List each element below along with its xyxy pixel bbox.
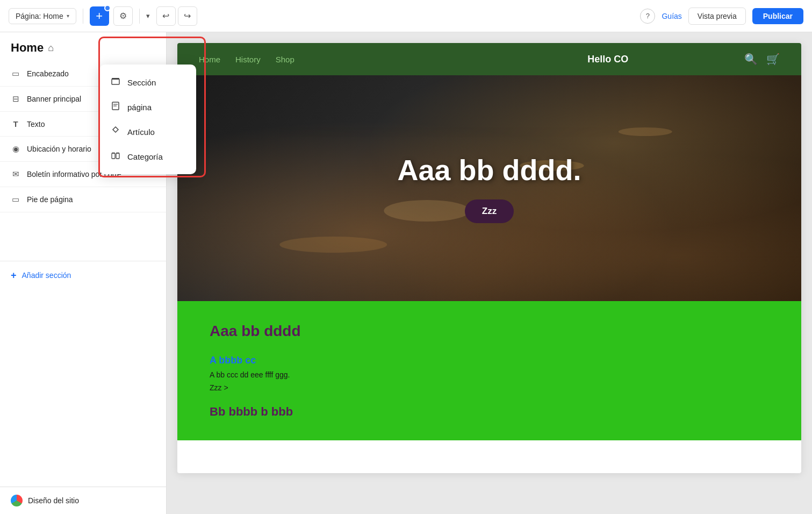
pie-label: Pie de página — [27, 195, 73, 204]
green-section: Aaa bb dddd A bbbb cc A bb ccc dd eee ff… — [177, 301, 801, 440]
page-selector-label: Página: Home — [16, 12, 63, 20]
dropdown-item-seccion[interactable]: Sección — [100, 70, 195, 95]
svg-point-11 — [279, 237, 387, 253]
website-preview: Home History Shop Hello CO 🔍 🛒 — [177, 43, 801, 473]
publish-button[interactable]: Publicar — [752, 8, 803, 24]
guides-link[interactable]: Guías — [662, 12, 681, 20]
pagina-label: página — [127, 103, 152, 112]
svg-rect-0 — [112, 79, 119, 84]
svg-rect-7 — [112, 152, 115, 154]
cart-icon[interactable]: 🛒 — [766, 53, 780, 66]
svg-rect-6 — [116, 153, 119, 159]
add-section-icon: + — [11, 270, 17, 281]
svg-point-12 — [619, 127, 672, 136]
boletin-icon: ✉ — [11, 169, 20, 179]
hero-content: Aaa bb dddd. Zzz — [398, 153, 581, 223]
gear-button[interactable]: ⚙ — [113, 6, 133, 26]
website-nav-icons: 🔍 🛒 — [744, 53, 780, 66]
green-card-1-text: A bb ccc dd eee ffff ggg. — [210, 370, 769, 379]
add-button[interactable]: + — [90, 6, 109, 26]
preview-button[interactable]: Vista previa — [688, 8, 746, 25]
page-selector[interactable]: Página: Home ▾ — [9, 8, 76, 24]
dropdown-arrow-button[interactable]: ▾ — [146, 12, 150, 20]
banner-icon: ⊟ — [11, 94, 20, 104]
dropdown-item-pagina[interactable]: página — [100, 95, 195, 119]
website-nav-brand: Hello CO — [472, 54, 745, 65]
texto-label: Texto — [27, 120, 45, 128]
green-card-1-link[interactable]: Zzz > — [210, 383, 769, 392]
hero-title: Aaa bb dddd. — [398, 153, 581, 187]
seccion-label: Sección — [127, 78, 156, 87]
redo-button[interactable]: ↪ — [178, 6, 197, 26]
site-design-icon — [11, 495, 23, 506]
green-section-title2: Bb bbbb b bbb — [210, 405, 769, 419]
texto-icon: T — [11, 119, 20, 128]
nav-link-home[interactable]: Home — [199, 55, 220, 64]
nav-link-history[interactable]: History — [235, 55, 261, 64]
svg-rect-1 — [112, 78, 119, 80]
add-section-label: Añadir sección — [22, 271, 71, 280]
svg-rect-5 — [112, 153, 115, 159]
home-icon: ⌂ — [48, 42, 54, 54]
pagina-icon — [110, 101, 121, 113]
sidebar-item-pie[interactable]: ▭ Pie de página — [0, 187, 166, 212]
hero-button[interactable]: Zzz — [465, 199, 514, 223]
sidebar: Home ⌂ ▭ Encabezado ⊟ Banner principal T… — [0, 32, 167, 514]
categoria-label: Categoría — [127, 152, 163, 161]
pie-icon: ▭ — [11, 195, 20, 204]
divider-2 — [139, 9, 140, 24]
search-icon[interactable]: 🔍 — [744, 53, 758, 66]
encabezado-icon: ▭ — [11, 69, 20, 78]
dropdown-item-articulo[interactable]: Artículo — [100, 119, 195, 144]
hero-section: Aaa bb dddd. Zzz — [177, 75, 801, 301]
encabezado-label: Encabezado — [27, 69, 69, 78]
site-design-label: Diseño del sitio — [28, 496, 79, 505]
articulo-icon — [110, 126, 121, 138]
dropdown-arrow-icon: ▾ — [146, 12, 150, 20]
website-nav-links: Home History Shop — [199, 55, 472, 64]
add-section-button[interactable]: + Añadir sección — [0, 261, 166, 290]
banner-label: Banner principal — [27, 95, 81, 103]
dropdown-item-categoria[interactable]: Categoría — [100, 144, 195, 169]
green-card-1-title: A bbbb cc — [210, 355, 769, 366]
undo-button[interactable]: ↩ — [156, 6, 176, 26]
ubicacion-icon: ◉ — [11, 144, 20, 154]
top-bar: Página: Home ▾ + ⚙ ▾ ↩ ↪ ? Guías Vista p… — [0, 0, 812, 32]
add-dropdown-menu: Sección página Artículo — [99, 65, 196, 174]
site-design-footer[interactable]: Diseño del sitio — [0, 487, 166, 514]
green-card-1: A bbbb cc A bb ccc dd eee ffff ggg. Zzz … — [210, 355, 769, 392]
nav-link-shop[interactable]: Shop — [276, 55, 294, 64]
help-button[interactable]: ? — [640, 9, 655, 24]
ubicacion-label: Ubicación y horario — [27, 145, 91, 153]
divider-1 — [83, 9, 83, 24]
main-layout: Home ⌂ ▭ Encabezado ⊟ Banner principal T… — [0, 32, 812, 514]
preview-area[interactable]: Home History Shop Hello CO 🔍 🛒 — [167, 32, 812, 514]
articulo-label: Artículo — [127, 127, 155, 137]
svg-rect-8 — [116, 152, 119, 154]
seccion-icon — [110, 76, 121, 88]
page-selector-chevron: ▾ — [67, 13, 69, 19]
undo-redo-group: ↩ ↪ — [156, 6, 197, 26]
sidebar-header: Home ⌂ — [0, 32, 166, 61]
categoria-icon — [110, 151, 121, 162]
sidebar-title: Home — [11, 41, 44, 55]
green-section-title: Aaa bb dddd — [210, 323, 769, 340]
website-nav: Home History Shop Hello CO 🔍 🛒 — [177, 43, 801, 75]
top-bar-right: ? Guías Vista previa Publicar — [640, 8, 803, 25]
